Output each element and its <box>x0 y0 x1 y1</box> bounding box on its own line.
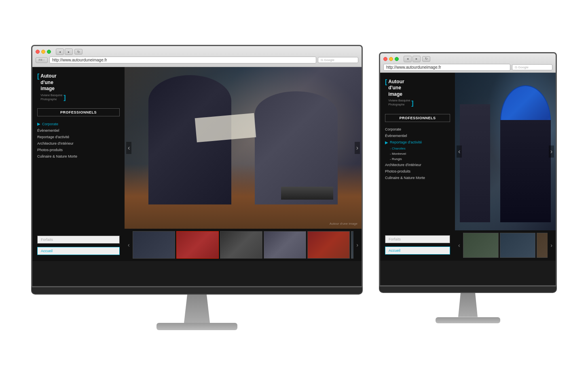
search-icon-2: G <box>515 65 517 69</box>
search-placeholder-2: Google <box>518 65 529 69</box>
sidebar-2: [ Autour d'une image Viviane BasquinePho… <box>380 73 455 261</box>
spacer-1 <box>37 160 120 232</box>
bracket-br-1: ] <box>63 95 66 101</box>
tab-flag: FR ↑ <box>39 59 45 61</box>
address-bar-row-2: http://www.autourduneimage.fr G Google <box>380 63 556 72</box>
forward-button-1[interactable]: ▸ <box>65 48 73 55</box>
bracket-tl-1: [ <box>37 73 39 80</box>
reload-button-2[interactable]: ↻ <box>422 56 430 62</box>
nav-label-culinaire-1: Culinaire & Nature Morte <box>37 154 77 158</box>
nav-label-evenement-2: Évènementiel <box>385 134 407 138</box>
nav-item-corporate-1[interactable]: ▶ Corporate <box>37 120 120 127</box>
minimize-button-2[interactable] <box>389 57 393 61</box>
bezel-2 <box>379 287 557 293</box>
browser-top-bar-1: ◂ ▸ ↻ <box>32 46 362 56</box>
nav-label-reportage-1: Reportage d'activité <box>37 135 69 139</box>
browser-top-bar-2: ◂ ▸ ↻ <box>380 53 556 63</box>
back-button-1[interactable]: ◂ <box>56 48 64 55</box>
logo-line2-1: d'une <box>40 80 62 86</box>
maximize-button-2[interactable] <box>395 57 399 61</box>
nav-item-photos-2[interactable]: Photos-produits <box>385 168 450 175</box>
nav-item-architecture-2[interactable]: Architecture d'intérieur <box>385 162 450 168</box>
nav-item-photos-1[interactable]: Photos-produits <box>37 147 120 153</box>
nav-sub-rungis[interactable]: - Rungis <box>385 156 450 162</box>
logo-top-1: [ Autour d'une image Viviane BasquinePho… <box>37 73 120 101</box>
main-photo-2 <box>455 73 556 230</box>
monitor-1: ◂ ▸ ↻ FR ↑ http://www.autourduneimage.fr… <box>31 45 363 330</box>
thumb-item-3[interactable] <box>220 231 262 259</box>
next-arrow-2[interactable]: › <box>549 145 554 158</box>
back-button-2[interactable]: ◂ <box>404 56 412 62</box>
logo-sub-1: Viviane BasquinePhotographe <box>40 93 62 101</box>
nav-label-photos-2: Photos-produits <box>385 169 410 173</box>
main-area-2: ‹ › ‹ <box>455 73 556 261</box>
nav-sub-charolles[interactable]: - Charolles <box>385 146 450 151</box>
monitor-2: ◂ ▸ ↻ http://www.autourduneimage.fr G Go… <box>379 52 557 323</box>
thumb-item-2-1[interactable] <box>463 233 499 258</box>
main-image-2: ‹ › <box>455 73 556 230</box>
thumb-item-1[interactable] <box>133 231 175 259</box>
nav-label-culinaire-2: Culinaire & Nature Morte <box>385 176 425 180</box>
watermark-1: Autour d'une image <box>330 222 357 225</box>
nav-label-photos-1: Photos-produits <box>37 148 63 152</box>
close-button-2[interactable] <box>383 57 387 61</box>
logo-area-2: [ Autour d'une image Viviane BasquinePho… <box>385 79 450 107</box>
thumb-next-arrow-1[interactable]: › <box>355 242 360 248</box>
nav-item-culinaire-1[interactable]: Culinaire & Nature Morte <box>37 153 120 160</box>
worker-bg <box>460 104 490 223</box>
next-arrow-1[interactable]: › <box>355 142 360 154</box>
accueil-button-2[interactable]: Accueil <box>385 246 450 255</box>
thumb-item-6[interactable] <box>351 231 354 259</box>
sidebar-1: [ Autour d'une image Viviane BasquinePho… <box>32 67 125 261</box>
screen-1: ◂ ▸ ↻ FR ↑ http://www.autourduneimage.fr… <box>31 45 363 287</box>
nav-item-evenement-2[interactable]: Évènementiel <box>385 133 450 139</box>
nav-label-corporate-1: Corporate <box>42 122 58 126</box>
search-bar-2[interactable]: G Google <box>512 64 552 70</box>
address-bar-1[interactable]: http://www.autourduneimage.fr <box>49 57 316 63</box>
logo-line2-2: d'une <box>388 85 410 91</box>
thumb-item-2-2[interactable] <box>500 233 535 258</box>
minimize-button-1[interactable] <box>41 50 45 54</box>
close-button-1[interactable] <box>36 50 40 54</box>
nav-buttons-2: ◂ ▸ <box>404 56 421 62</box>
nav-label-architecture-1: Architecture d'intérieur <box>37 141 74 145</box>
logo-top-2: [ Autour d'une image Viviane BasquinePho… <box>385 79 450 107</box>
prev-arrow-2[interactable]: ‹ <box>457 145 462 158</box>
thumb-item-2[interactable] <box>176 231 219 259</box>
nav-label-architecture-2: Architecture d'intérieur <box>385 163 421 167</box>
prev-arrow-1[interactable]: ‹ <box>126 142 131 154</box>
accueil-button-1[interactable]: Accueil <box>37 247 120 255</box>
reload-button-1[interactable]: ↻ <box>74 49 82 55</box>
forfaits-button-1[interactable]: Forfaits <box>37 236 120 244</box>
nav-item-evenement-1[interactable]: Évènementiel <box>37 127 120 134</box>
nav-item-architecture-1[interactable]: Architecture d'intérieur <box>37 140 120 147</box>
thumb-prev-arrow-2[interactable]: ‹ <box>457 242 462 249</box>
search-bar-1[interactable]: G Google <box>318 57 358 63</box>
thumb-prev-arrow-1[interactable]: ‹ <box>126 242 131 248</box>
thumb-container-2 <box>463 233 548 258</box>
thumb-next-arrow-2[interactable]: › <box>549 242 554 249</box>
nav-item-culinaire-2[interactable]: Culinaire & Nature Morte <box>385 175 450 181</box>
nav-section-title-1: PROFESSIONNELS <box>37 108 120 116</box>
thumb-item-4[interactable] <box>264 231 306 259</box>
nav-item-reportage-1[interactable]: Reportage d'activité <box>37 134 120 140</box>
search-placeholder-1: Google <box>324 58 334 62</box>
thumb-item-5[interactable] <box>307 231 350 259</box>
nav-item-reportage-2[interactable]: ▶ Reportage d'activité <box>385 139 450 146</box>
worker-body <box>500 120 551 223</box>
logo-line3-1: image <box>40 86 62 92</box>
address-bar-2[interactable]: http://www.autourduneimage.fr <box>383 64 510 71</box>
main-image-1: ‹ › Autour d'une image <box>125 67 362 229</box>
nav-sub-montrevel[interactable]: - Montrevel <box>385 151 450 156</box>
browser-chrome-1: ◂ ▸ ↻ FR ↑ http://www.autourduneimage.fr… <box>32 46 362 67</box>
thumb-item-2-3[interactable] <box>537 233 548 258</box>
nav-section-title-2: PROFESSIONNELS <box>385 114 450 122</box>
nav-item-corporate-2[interactable]: Corporate <box>385 126 450 133</box>
logo-line1-2: Autour <box>388 79 410 85</box>
nav-buttons-1: ◂ ▸ <box>56 48 73 55</box>
forfaits-button-2[interactable]: Forfaits <box>385 235 450 243</box>
forward-button-2[interactable]: ▸ <box>412 56 421 62</box>
maximize-button-1[interactable] <box>47 50 51 54</box>
laptop-1 <box>281 187 333 200</box>
logo-sub-2: Viviane BasquinePhotographe <box>388 99 410 107</box>
